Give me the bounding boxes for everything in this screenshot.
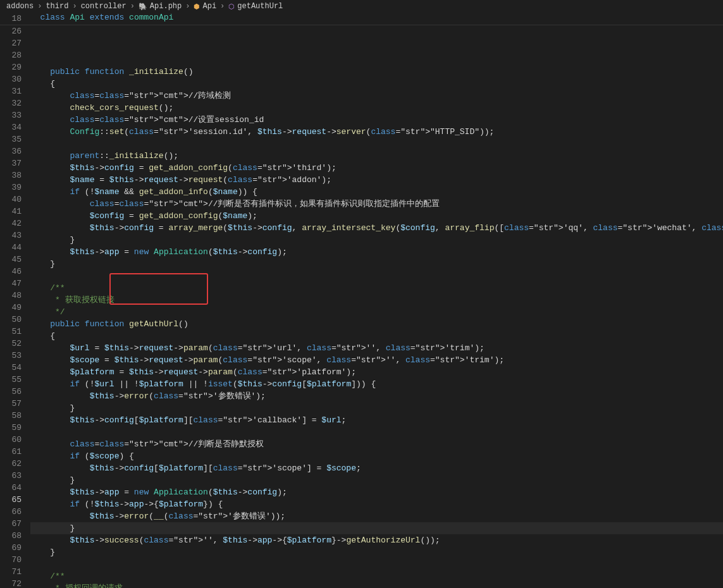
crumb-controller[interactable]: controller [81,2,127,11]
code-line[interactable] [30,426,723,438]
code-line[interactable]: if (!$this->app->{$platform}) { [30,498,723,510]
code-line[interactable]: $this->error(class="str">'参数错误'); [30,390,723,402]
line-number: 49 [0,302,22,314]
gutter: 2627282930313233343536373839404142434445… [0,25,30,588]
line-number: 60 [0,434,22,446]
code-line[interactable]: { [30,330,723,342]
line-number: 28 [0,49,22,61]
line-number: 37 [0,157,22,169]
line-number: 54 [0,362,22,374]
code-line[interactable]: } [30,474,723,486]
code-line[interactable]: $scope = $this->request->param(class="st… [30,354,723,366]
code-line[interactable]: $url = $this->request->param(class="str"… [30,342,723,354]
code-line[interactable]: */ [30,306,723,318]
code-line[interactable]: $this->app = new Application($this->conf… [30,246,723,258]
code-line[interactable]: } [30,258,723,270]
line-number: 66 [0,506,22,518]
code-line[interactable]: * 获取授权链接 [30,294,723,306]
code-line[interactable]: public function getAuthUrl() [30,318,723,330]
code-line[interactable]: $config = get_addon_config($name); [30,210,723,222]
code-area[interactable]: public function _initialize() { class=cl… [30,25,723,588]
code-line[interactable]: } [30,522,723,534]
code-line[interactable]: } [30,234,723,246]
line-number: 72 [0,578,22,588]
class-icon: ⬢ [194,3,200,11]
code-line[interactable]: /** [30,570,723,582]
chevron-right-icon: › [130,2,135,11]
code-line[interactable]: { [30,78,723,90]
line-number: 57 [0,398,22,410]
crumb-addons[interactable]: addons [6,2,34,11]
line-number: 32 [0,97,22,109]
line-number: 55 [0,374,22,386]
php-file-icon: 🐘 [139,3,147,11]
breadcrumb[interactable]: addons › third › controller › 🐘 Api.php … [0,0,723,13]
line-number: 65 [0,494,22,506]
line-number: 59 [0,422,22,434]
code-line[interactable] [30,54,723,66]
line-number: 61 [0,446,22,458]
code-line[interactable] [30,270,723,282]
code-line[interactable]: class=class="str">"cmt">//跨域检测 [30,90,723,102]
line-number: 26 [0,25,22,37]
line-number: 62 [0,458,22,470]
code-line[interactable]: class=class="str">"cmt">//判断是否有插件标识，如果有插… [30,198,723,210]
code-line[interactable]: $name = $this->request->request(class="s… [30,174,723,186]
code-line[interactable]: $this->config[$platform][class="str">'ca… [30,414,723,426]
code-line[interactable]: $this->config[$platform][class="str">'sc… [30,462,723,474]
code-line[interactable]: if (!$url || !$platform || !isset($this-… [30,378,723,390]
code-line[interactable]: $platform = $this->request->param(class=… [30,366,723,378]
line-number: 51 [0,326,22,338]
code-line[interactable]: $this->app = new Application($this->conf… [30,486,723,498]
code-line[interactable]: * 授权回调的请求 [30,582,723,588]
code-editor[interactable]: 2627282930313233343536373839404142434445… [0,25,723,588]
line-number: 27 [0,37,22,49]
code-line[interactable]: $this->error(__(class="str">'参数错误')); [30,510,723,522]
line-number: 34 [0,121,22,133]
line-number: 36 [0,145,22,157]
line-number: 45 [0,254,22,266]
chevron-right-icon: › [220,2,225,11]
line-number: 44 [0,242,22,254]
crumb-class[interactable]: Api [202,2,216,11]
line-number: 56 [0,386,22,398]
line-number: 46 [0,266,22,278]
code-line[interactable] [30,558,723,570]
line-number: 35 [0,133,22,145]
line-number: 29 [0,61,22,73]
code-line[interactable]: } [30,402,723,414]
crumb-file[interactable]: Api.php [150,2,182,11]
code-line[interactable]: $this->config = array_merge($this->confi… [30,222,723,234]
line-number: 33 [0,109,22,121]
crumb-method[interactable]: getAuthUrl [237,2,283,11]
line-number: 40 [0,193,22,205]
code-line[interactable]: if ($scope) { [30,450,723,462]
line-number: 18 [0,13,22,25]
code-line[interactable]: check_cors_request(); [30,102,723,114]
line-number: 69 [0,542,22,554]
line-number: 52 [0,338,22,350]
chevron-right-icon: › [72,2,77,11]
code-line[interactable]: } [30,546,723,558]
line-number: 31 [0,85,22,97]
code-line[interactable]: $this->success(class="str">'', $this->ap… [30,534,723,546]
code-line[interactable]: class=class="str">"cmt">//设置session_id [30,114,723,126]
line-number: 70 [0,554,22,566]
code-line[interactable]: if (!$name && get_addon_info($name)) { [30,186,723,198]
line-number: 42 [0,217,22,230]
line-number: 63 [0,470,22,482]
line-number: 30 [0,73,22,85]
chevron-right-icon: › [185,2,190,11]
code-line[interactable]: Config::set(class="str">'session.id', $t… [30,126,723,138]
crumb-third[interactable]: third [46,2,68,11]
header-code: class Api extends commonApi [30,13,723,25]
line-number: 64 [0,482,22,494]
code-line[interactable]: parent::_initialize(); [30,150,723,162]
code-line[interactable]: /** [30,282,723,294]
code-line[interactable]: class=class="str">"cmt">//判断是否静默授权 [30,438,723,450]
line-number: 67 [0,518,22,530]
code-line[interactable]: $this->config = get_addon_config(class="… [30,162,723,174]
code-line[interactable]: public function _initialize() [30,66,723,78]
line-number: 43 [0,230,22,242]
code-line[interactable] [30,138,723,150]
